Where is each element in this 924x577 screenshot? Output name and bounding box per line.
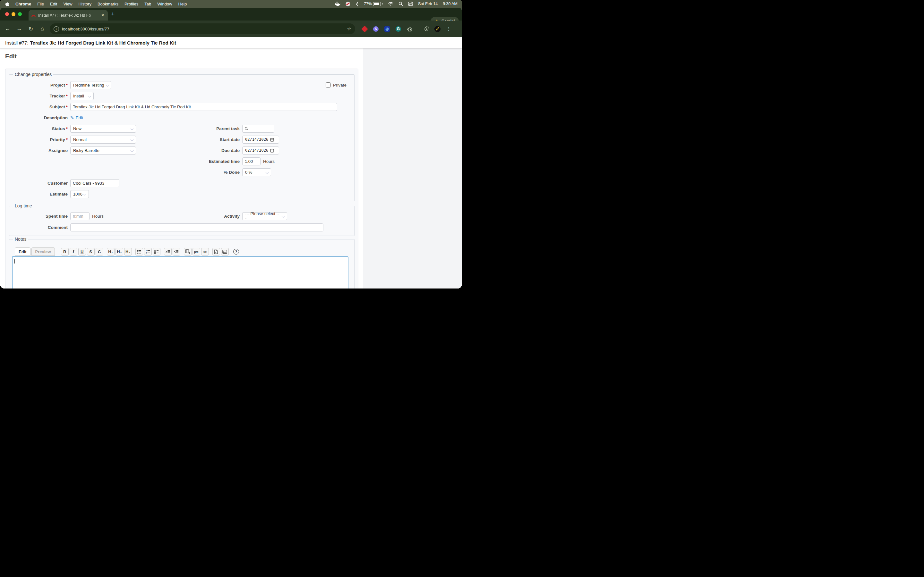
blockquote-icon — [165, 250, 170, 254]
task-list-icon — [154, 250, 159, 254]
attach-file-button[interactable]: ∞ — [212, 248, 220, 255]
heading-3-button[interactable]: H₃ — [124, 248, 132, 255]
heading-2-button[interactable]: H₂ — [115, 248, 123, 255]
spent-time-input[interactable] — [70, 212, 89, 220]
reload-button[interactable]: ↻ — [25, 26, 37, 32]
chevron-down-icon — [83, 192, 87, 195]
description-label: Description — [13, 115, 68, 120]
menubar-date[interactable]: Sat Feb 14 — [418, 2, 438, 6]
strikethrough-button[interactable]: S — [87, 248, 95, 255]
task-list-button[interactable] — [153, 248, 160, 255]
svg-text:∞: ∞ — [215, 251, 216, 253]
fieldset-legend: Change properties — [13, 72, 53, 77]
home-button[interactable]: ⌂ — [37, 26, 48, 32]
tab-close-icon[interactable]: ✕ — [100, 13, 105, 18]
start-date-input[interactable]: 02/14/2026 — [242, 135, 279, 143]
chevron-down-icon — [266, 171, 269, 174]
url-text: localhost:3000/issues/77 — [62, 27, 344, 31]
blockquote-button[interactable] — [164, 248, 172, 255]
project-select[interactable]: Redmine Testing — [70, 81, 111, 89]
ordered-list-button[interactable]: 12 — [144, 248, 152, 255]
estimated-time-input[interactable] — [242, 157, 260, 165]
insert-table-button[interactable] — [184, 248, 192, 255]
menu-item-view[interactable]: View — [63, 2, 72, 6]
code-block-button[interactable]: </> — [201, 248, 209, 255]
comment-input[interactable] — [70, 223, 323, 231]
grammarly-ext-icon[interactable]: G — [395, 26, 401, 32]
preformatted-button[interactable]: pre — [192, 248, 200, 255]
unquote-button[interactable] — [173, 248, 180, 255]
chevron-down-icon — [282, 214, 285, 218]
heading-1-button[interactable]: H₁ — [107, 248, 115, 255]
control-center-icon[interactable] — [408, 2, 413, 6]
project-label: Project* — [13, 83, 68, 87]
tracker-label: Tracker* — [13, 93, 68, 98]
page-heading: Edit — [5, 53, 17, 60]
bold-button[interactable]: B — [61, 248, 69, 255]
window-close-button[interactable] — [5, 12, 9, 16]
address-bar[interactable]: i localhost:3000/issues/77 ☆ — [50, 23, 355, 34]
subject-input[interactable] — [70, 103, 337, 111]
estimate-select[interactable]: 1006 — [70, 190, 89, 198]
apple-menu-icon[interactable] — [5, 2, 9, 6]
menu-item-bookmarks[interactable]: Bookmarks — [97, 2, 118, 6]
activity-label: Activity — [158, 214, 240, 219]
forward-button[interactable]: → — [13, 26, 25, 32]
menu-item-file[interactable]: File — [37, 2, 44, 6]
menubar-app-icon[interactable] — [346, 2, 351, 6]
window-zoom-button[interactable] — [18, 12, 22, 16]
puzzle-extensions-icon[interactable] — [407, 26, 413, 32]
image-icon — [222, 250, 227, 254]
notes-textarea[interactable] — [12, 256, 349, 288]
insert-image-button[interactable] — [221, 248, 229, 255]
status-select[interactable]: New — [70, 125, 136, 133]
browser-tab[interactable]: Install #77: Teraflex Jk: Hd Fo ✕ — [29, 10, 108, 21]
docker-icon[interactable] — [335, 2, 341, 6]
change-properties-fieldset: Change properties Project* Redmine Testi… — [9, 74, 355, 201]
browser-menu-icon[interactable]: ⋮ — [446, 26, 451, 32]
activity-select[interactable]: --- Please select --- — [242, 212, 287, 220]
wifi-icon[interactable] — [388, 2, 393, 6]
calendar-icon — [270, 137, 274, 142]
battery-indicator[interactable]: 77% — [364, 2, 383, 6]
window-minimize-button[interactable] — [11, 12, 15, 16]
priority-select[interactable]: Normal — [70, 135, 136, 143]
menubar-snake-icon[interactable] — [355, 2, 359, 6]
file-link-icon: ∞ — [214, 250, 218, 254]
back-button[interactable]: ← — [2, 26, 13, 32]
due-date-input[interactable]: 02/14/2026 — [242, 147, 279, 155]
private-checkbox[interactable] — [326, 82, 331, 87]
assignee-select[interactable]: Ricky Barrette — [70, 147, 136, 155]
spotlight-search-icon[interactable] — [399, 2, 403, 6]
menu-item-chrome[interactable]: Chrome — [15, 2, 31, 6]
menu-item-profiles[interactable]: Profiles — [124, 2, 138, 6]
lock-ext-icon[interactable]: @ — [384, 26, 390, 32]
tab-edit[interactable]: Edit — [15, 247, 31, 256]
menu-item-edit[interactable]: Edit — [50, 2, 57, 6]
redmine-ext-icon[interactable] — [362, 26, 368, 32]
battery-saver-icon[interactable] — [423, 26, 429, 32]
site-info-icon[interactable]: i — [53, 26, 59, 32]
profile-avatar[interactable] — [435, 26, 441, 32]
menubar-time[interactable]: 9:30 AM — [443, 2, 457, 6]
help-button[interactable]: ? — [232, 248, 240, 255]
new-tab-button[interactable]: + — [111, 11, 115, 17]
unordered-list-button[interactable] — [136, 248, 143, 255]
s-ext-icon[interactable]: S — [373, 26, 379, 32]
notes-fieldset: Notes Edit Preview B I U S C H₁ H₂ — [9, 239, 355, 288]
chevron-down-icon — [106, 83, 109, 87]
menu-item-tab[interactable]: Tab — [144, 2, 151, 6]
menu-item-help[interactable]: Help — [178, 2, 187, 6]
menu-item-history[interactable]: History — [78, 2, 91, 6]
inline-code-button[interactable]: C — [95, 248, 103, 255]
description-edit-link[interactable]: ✎ Edit — [70, 115, 83, 120]
italic-button[interactable]: I — [69, 248, 78, 255]
tab-preview[interactable]: Preview — [31, 247, 55, 256]
customer-input[interactable] — [70, 179, 120, 187]
underline-button[interactable]: U — [78, 248, 86, 255]
bookmark-star-icon[interactable]: ☆ — [347, 26, 351, 32]
tracker-select[interactable]: Install — [70, 92, 94, 100]
percent-done-select[interactable]: 0 % — [242, 168, 271, 176]
menu-item-window[interactable]: Window — [157, 2, 172, 6]
parent-task-input[interactable] — [242, 125, 274, 133]
